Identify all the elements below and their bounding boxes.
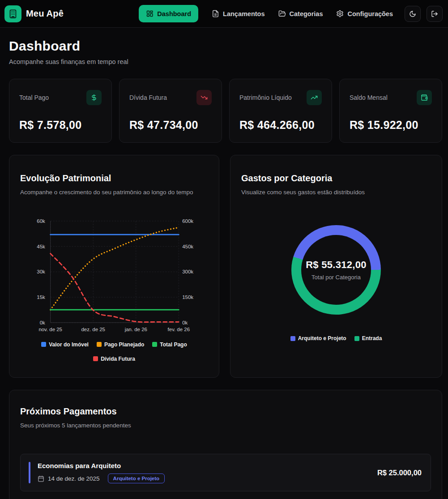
- legend-swatch: [97, 342, 102, 347]
- evolution-chart-card: Evolução Patrimonial Acompanhe o crescim…: [9, 155, 219, 378]
- navbar: Meu Apê DashboardLançamentosCategoriasCo…: [0, 0, 448, 28]
- category-chart-subtitle: Visualize como seus gastos estão distrib…: [241, 189, 431, 196]
- layout-dashboard-icon: [146, 10, 154, 17]
- category-total-value: R$ 55.312,00: [306, 259, 367, 271]
- payment-name: Economias para Arquiteto: [38, 462, 165, 469]
- payment-item: Economias para Arquiteto14 de dez. de 20…: [20, 454, 431, 491]
- payments-title: Próximos Pagamentos: [20, 406, 431, 417]
- charts-grid: Evolução Patrimonial Acompanhe o crescim…: [9, 155, 442, 378]
- folder-open-icon: [278, 10, 286, 17]
- payment-accent-bar: [29, 462, 30, 483]
- evolution-chart-title: Evolução Patrimonial: [20, 173, 208, 183]
- building-icon: [4, 5, 21, 22]
- stat-card-divida-futura: Dívida FuturaR$ 47.734,00: [119, 79, 222, 143]
- settings-icon: [336, 10, 344, 17]
- stats-grid: Total PagoR$ 7.578,00Dívida FuturaR$ 47.…: [9, 79, 442, 143]
- file-text-icon: [212, 10, 219, 17]
- nav-item-label: Configurações: [347, 10, 393, 17]
- category-chart-title: Gastos por Categoria: [241, 173, 431, 183]
- payments-list: Economias para Arquiteto14 de dez. de 20…: [20, 454, 431, 491]
- legend-swatch: [93, 356, 98, 361]
- legend-item-pago-planejado: Pago Planejado: [97, 341, 144, 348]
- main-content: Dashboard Acompanhe suas finanças em tem…: [0, 28, 448, 499]
- stat-label: Total Pago: [19, 94, 49, 101]
- nav-item-categorias[interactable]: Categorias: [278, 10, 323, 17]
- trending-up-icon: [307, 90, 322, 105]
- moon-icon: [409, 10, 416, 17]
- legend-swatch: [41, 342, 46, 347]
- legend-swatch: [152, 342, 157, 347]
- category-donut-chart: R$ 55.312,00 Total por Categoria: [291, 225, 381, 315]
- stat-value: R$ 7.578,00: [19, 119, 102, 132]
- svg-text:150k: 150k: [182, 294, 193, 300]
- payments-subtitle: Seus próximos 5 lançamentos pendentes: [20, 422, 431, 429]
- legend-swatch: [290, 336, 295, 341]
- page-title: Dashboard: [9, 38, 442, 54]
- payments-card: Próximos Pagamentos Seus próximos 5 lanç…: [9, 390, 442, 499]
- svg-text:45k: 45k: [37, 244, 45, 249]
- evolution-chart-subtitle: Acompanhe o crescimento do seu patrimôni…: [20, 189, 208, 196]
- nav-item-label: Categorias: [290, 10, 323, 17]
- calendar-icon: [38, 475, 44, 482]
- category-chart-legend: Arquiteto e ProjetoEntrada: [241, 335, 431, 341]
- evolution-line-chart: 0k0k15k150k30k300k45k450k60k600knov. de …: [20, 215, 208, 333]
- stat-label: Patrimônio Líquido: [239, 94, 292, 101]
- stat-value: R$ 47.734,00: [129, 119, 212, 132]
- legend-item-entrada: Entrada: [354, 335, 382, 341]
- payment-category-badge: Arquiteto e Projeto: [108, 473, 165, 483]
- theme-toggle-button[interactable]: [405, 6, 421, 22]
- main-nav: DashboardLançamentosCategoriasConfiguraç…: [139, 5, 393, 22]
- brand-name: Meu Apê: [26, 9, 64, 19]
- series-divida-futura: [51, 254, 179, 322]
- svg-text:300k: 300k: [182, 269, 193, 274]
- legend-item-total-pago: Total Pago: [152, 341, 187, 348]
- svg-text:dez. de 25: dez. de 25: [81, 327, 105, 332]
- logout-button[interactable]: [427, 6, 443, 22]
- dollar-sign-icon: [86, 90, 102, 105]
- svg-text:30k: 30k: [37, 269, 45, 274]
- svg-text:60k: 60k: [37, 218, 45, 224]
- svg-text:15k: 15k: [37, 294, 45, 300]
- svg-text:0k: 0k: [40, 320, 45, 325]
- stat-card-total-pago: Total PagoR$ 7.578,00: [9, 79, 112, 143]
- nav-actions: [405, 6, 443, 22]
- svg-text:600k: 600k: [182, 218, 193, 224]
- log-out-icon: [431, 10, 438, 17]
- evolution-chart-svg: 0k0k15k150k30k300k45k450k60k600knov. de …: [20, 215, 208, 333]
- svg-text:0k: 0k: [182, 320, 188, 325]
- svg-text:fev. de 26: fev. de 26: [168, 327, 190, 332]
- category-total-label: Total por Categoria: [311, 274, 361, 281]
- legend-swatch: [354, 336, 359, 341]
- payment-date: 14 de dez. de 2025: [48, 475, 100, 482]
- brand: Meu Apê: [4, 5, 64, 22]
- payment-amount: R$ 25.000,00: [377, 469, 422, 477]
- legend-item-arquiteto-e-projeto: Arquiteto e Projeto: [290, 335, 346, 341]
- nav-item-dashboard[interactable]: Dashboard: [139, 5, 198, 22]
- stat-value: R$ 15.922,00: [350, 119, 432, 132]
- svg-text:nov. de 25: nov. de 25: [38, 327, 62, 332]
- stat-card-saldo-mensal: Saldo MensalR$ 15.922,00: [339, 79, 442, 143]
- trending-down-icon: [196, 90, 212, 105]
- svg-text:jan. de 26: jan. de 26: [124, 327, 147, 332]
- legend-item-divida-futura: Dívida Futura: [93, 356, 135, 362]
- nav-item-label: Lançamentos: [223, 10, 265, 17]
- page-subtitle: Acompanhe suas finanças em tempo real: [9, 58, 442, 65]
- stat-label: Saldo Mensal: [350, 94, 388, 101]
- category-chart-card: Gastos por Categoria Visualize como seus…: [230, 155, 442, 378]
- stat-card-patrimonio-liquido: Patrimônio LíquidoR$ 464.266,00: [229, 79, 332, 143]
- legend-item-valor-do-imovel: Valor do Imóvel: [41, 341, 89, 348]
- svg-text:450k: 450k: [182, 244, 193, 249]
- stat-label: Dívida Futura: [129, 94, 167, 101]
- category-donut-center: R$ 55.312,00 Total por Categoria: [301, 235, 371, 305]
- evolution-chart-legend: Valor do ImóvelPago PlanejadoTotal PagoD…: [20, 341, 208, 362]
- nav-item-configuracoes[interactable]: Configurações: [336, 10, 393, 17]
- nav-item-lancamentos[interactable]: Lançamentos: [212, 10, 265, 17]
- wallet-icon: [417, 90, 432, 105]
- category-donut-wrap: R$ 55.312,00 Total por Categoria: [241, 225, 431, 315]
- stat-value: R$ 464.266,00: [239, 119, 322, 132]
- nav-item-label: Dashboard: [157, 10, 191, 17]
